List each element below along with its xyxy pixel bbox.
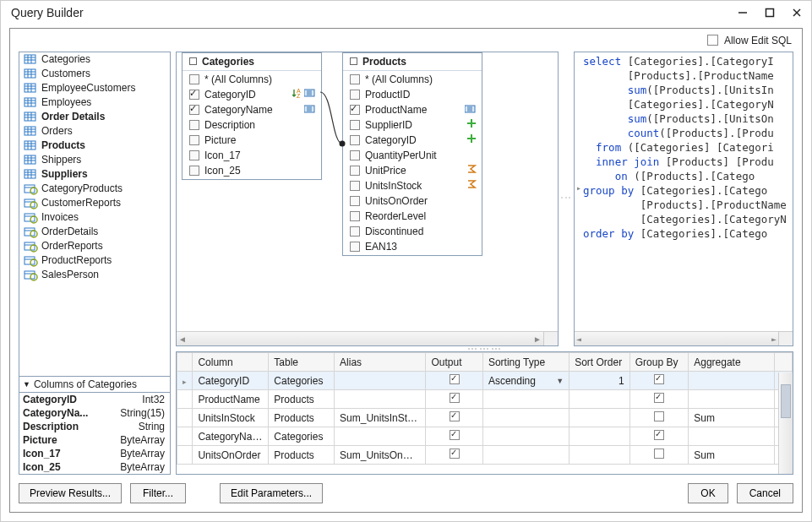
grid-row[interactable]: UnitsInStockProductsSum_UnitsInStockSum <box>177 409 793 427</box>
cell-sorting-type[interactable] <box>482 390 569 409</box>
grid-header[interactable]: Alias <box>335 353 426 372</box>
table-item-salesperson[interactable]: SalesPerson <box>19 268 170 282</box>
grid-header[interactable] <box>177 353 193 372</box>
entity-field-description[interactable]: Description <box>184 117 319 133</box>
cell-groupby[interactable] <box>629 427 689 446</box>
table-item-categoryproducts[interactable]: CategoryProducts <box>19 182 170 196</box>
cell-column[interactable]: UnitsInStock <box>193 409 269 427</box>
minimize-button[interactable] <box>737 7 749 19</box>
cell-groupby[interactable] <box>629 446 689 465</box>
filter-button[interactable]: Filter... <box>130 483 186 503</box>
grid-header[interactable] <box>775 353 793 372</box>
maximize-button[interactable] <box>764 7 776 19</box>
cell-aggregate[interactable] <box>689 390 775 409</box>
cell-output[interactable] <box>426 409 482 427</box>
cell-table[interactable]: Categories <box>269 372 335 390</box>
cell-alias[interactable]: Sum_UnitsOnOrder <box>335 446 426 465</box>
row-handle[interactable] <box>177 446 193 465</box>
diagram-minimap[interactable] <box>543 331 558 345</box>
preview-results-button[interactable]: Preview Results... <box>19 483 122 503</box>
table-item-customers[interactable]: Customers <box>19 67 170 81</box>
diagram-horizontal-scrollbar[interactable]: ◄► <box>177 331 543 345</box>
column-row[interactable]: CategoryIDInt32 <box>19 393 170 406</box>
cell-alias[interactable] <box>335 427 426 446</box>
table-item-suppliers[interactable]: Suppliers <box>19 167 170 182</box>
table-item-customerreports[interactable]: CustomerReports <box>19 196 170 210</box>
cell-output[interactable] <box>426 390 482 409</box>
entity-field-productname[interactable]: ProductName <box>345 102 480 117</box>
table-item-categories[interactable]: Categories <box>19 52 170 67</box>
cell-table[interactable]: Products <box>269 390 335 409</box>
cell-table[interactable]: Products <box>269 409 335 427</box>
field-checkbox[interactable] <box>189 74 199 84</box>
edit-parameters-button[interactable]: Edit Parameters... <box>220 483 323 503</box>
cell-output[interactable] <box>426 427 482 446</box>
cell-table[interactable]: Products <box>269 446 335 465</box>
field-checkbox[interactable] <box>189 150 199 160</box>
table-item-orderdetails[interactable]: OrderDetails <box>19 225 170 239</box>
row-handle[interactable]: ▸ <box>177 372 193 390</box>
column-row[interactable]: CategoryNa...String(15) <box>19 406 170 420</box>
entity-field-unitsinstock[interactable]: UnitsInStock <box>345 178 480 193</box>
column-row[interactable]: DescriptionString <box>19 420 170 433</box>
entity-field-reorderlevel[interactable]: ReorderLevel <box>345 209 480 224</box>
field-checkbox[interactable] <box>189 135 199 145</box>
cell-output[interactable] <box>426 372 482 390</box>
table-item-orderreports[interactable]: OrderReports <box>19 239 170 253</box>
grid-header[interactable]: Output <box>426 353 482 372</box>
close-button[interactable] <box>791 7 803 19</box>
cell-column[interactable]: ProductName <box>193 390 269 409</box>
cell-sort-order[interactable] <box>569 409 630 427</box>
entity-field-discontinued[interactable]: Discontinued <box>345 224 480 239</box>
row-handle[interactable] <box>177 390 193 409</box>
sql-preview[interactable]: select [Categories].[CategoryI [Products… <box>574 52 793 346</box>
field-checkbox[interactable] <box>350 166 360 176</box>
column-row[interactable]: Icon_25ByteArray <box>19 460 170 474</box>
sql-horizontal-scrollbar[interactable]: ◄► <box>575 331 778 345</box>
cell-sorting-type[interactable] <box>482 446 569 465</box>
field-checkbox[interactable] <box>189 105 199 115</box>
allow-edit-sql-checkbox[interactable]: Allow Edit SQL <box>707 34 792 46</box>
field-checkbox[interactable] <box>189 90 199 100</box>
table-item-shippers[interactable]: Shippers <box>19 153 170 167</box>
cell-sorting-type[interactable]: Ascending▼ <box>482 372 569 390</box>
table-item-productreports[interactable]: ProductReports <box>19 253 170 268</box>
entity-field--all-columns-[interactable]: * (All Columns) <box>184 72 319 87</box>
grid-header[interactable]: Aggregate <box>689 353 775 372</box>
entity-categories[interactable]: Categories * (All Columns)CategoryIDAZCa… <box>182 52 322 180</box>
entity-field-productid[interactable]: ProductID <box>345 87 480 102</box>
cancel-button[interactable]: Cancel <box>737 483 793 503</box>
entity-field-categoryid[interactable]: CategoryIDAZ <box>184 87 319 102</box>
table-item-orders[interactable]: Orders <box>19 124 170 139</box>
entity-field-ean13[interactable]: EAN13 <box>345 239 480 254</box>
entity-field-icon-25[interactable]: Icon_25 <box>184 163 319 178</box>
field-checkbox[interactable] <box>350 135 360 145</box>
table-item-employeecustomers[interactable]: EmployeeCustomers <box>19 81 170 95</box>
cell-alias[interactable] <box>335 390 426 409</box>
entity-field-unitprice[interactable]: UnitPrice <box>345 163 480 178</box>
column-row[interactable]: PictureByteArray <box>19 433 170 447</box>
field-checkbox[interactable] <box>350 226 360 237</box>
cell-table[interactable]: Categories <box>269 427 335 446</box>
field-checkbox[interactable] <box>350 120 360 130</box>
field-checkbox[interactable] <box>350 196 360 206</box>
grid-row[interactable]: CategoryNameCategories <box>177 427 793 446</box>
grid-header[interactable]: Group By <box>629 353 689 372</box>
grid-header[interactable]: Sorting Type <box>482 353 569 372</box>
cell-aggregate[interactable] <box>689 427 775 446</box>
cell-aggregate[interactable]: Sum <box>689 446 775 465</box>
cell-sorting-type[interactable] <box>482 427 569 446</box>
grid-header[interactable]: Table <box>269 353 335 372</box>
row-handle[interactable] <box>177 409 193 427</box>
row-handle[interactable] <box>177 427 193 446</box>
grid-header[interactable]: Column <box>193 353 269 372</box>
field-checkbox[interactable] <box>350 242 360 252</box>
grid-vertical-scrollbar[interactable] <box>778 372 793 474</box>
cell-aggregate[interactable]: Sum <box>689 409 775 427</box>
table-item-invoices[interactable]: Invoices <box>19 210 170 225</box>
entity-field-picture[interactable]: Picture <box>184 133 319 148</box>
cell-column[interactable]: CategoryID <box>193 372 269 390</box>
cell-groupby[interactable] <box>629 372 689 390</box>
selection-grid[interactable]: ColumnTableAliasOutputSorting TypeSort O… <box>176 351 793 475</box>
table-item-employees[interactable]: Employees <box>19 95 170 110</box>
